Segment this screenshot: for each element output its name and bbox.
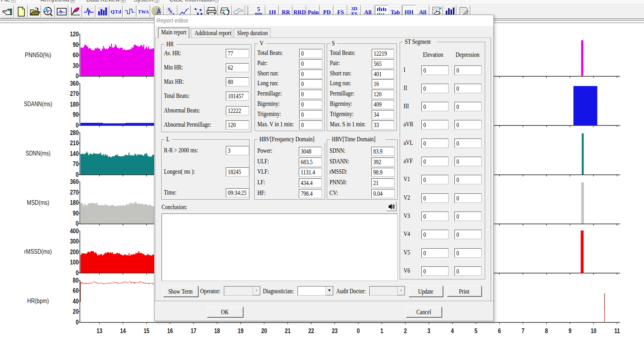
svg-text:16: 16	[167, 328, 173, 334]
svg-text:300: 300	[70, 238, 79, 245]
svg-text:0: 0	[76, 171, 79, 178]
svg-text:2: 2	[404, 328, 407, 334]
svg-text:40: 40	[73, 298, 79, 305]
svg-text:0: 0	[76, 73, 79, 79]
svg-text:210: 210	[70, 140, 79, 146]
svg-text:21: 21	[285, 328, 291, 334]
svg-text:23: 23	[332, 328, 338, 334]
svg-text:8: 8	[545, 328, 548, 334]
svg-text:180: 180	[70, 101, 79, 108]
svg-text:70: 70	[73, 161, 79, 167]
svg-text:TWA: TWA	[138, 9, 149, 15]
svg-text:100: 100	[70, 259, 79, 266]
svg-text:20: 20	[261, 328, 267, 334]
svg-text:360: 360	[70, 178, 79, 185]
svg-text:400: 400	[70, 228, 79, 234]
svg-text:6: 6	[498, 328, 501, 334]
svg-text:60: 60	[73, 52, 79, 58]
svg-text:4: 4	[451, 328, 454, 334]
svg-text:QTd: QTd	[110, 9, 121, 15]
svg-text:360: 360	[70, 80, 79, 87]
svg-text:11: 11	[614, 328, 620, 334]
svg-text:15: 15	[143, 328, 149, 334]
svg-text:7: 7	[521, 328, 525, 334]
svg-text:SDNN(ms): SDNN(ms)	[26, 150, 50, 157]
svg-text:5: 5	[475, 328, 478, 334]
svg-text:30: 30	[73, 62, 79, 69]
svg-text:HR(bpm): HR(bpm)	[27, 298, 49, 304]
svg-text:rMSSD(ms): rMSSD(ms)	[24, 248, 52, 255]
svg-text:0: 0	[76, 122, 79, 129]
svg-text:13: 13	[97, 328, 102, 334]
svg-text:17: 17	[191, 328, 197, 334]
svg-text:270: 270	[70, 90, 79, 97]
svg-text:270: 270	[70, 189, 79, 196]
svg-text:SDANN(ms): SDANN(ms)	[24, 101, 52, 107]
svg-text:1: 1	[380, 328, 383, 334]
svg-text:200: 200	[70, 249, 79, 255]
svg-text:18: 18	[214, 328, 220, 334]
svg-text:80: 80	[73, 277, 79, 284]
svg-text:140: 140	[70, 150, 79, 157]
svg-text:PNN50(%): PNN50(%)	[25, 52, 51, 58]
svg-text:90: 90	[73, 41, 79, 48]
svg-text:0: 0	[76, 319, 79, 326]
svg-text:60: 60	[73, 287, 79, 294]
svg-text:90: 90	[73, 111, 79, 118]
svg-text:0: 0	[76, 220, 79, 227]
svg-text:22: 22	[308, 328, 314, 334]
svg-text:90: 90	[73, 210, 79, 217]
svg-text:3: 3	[427, 328, 430, 334]
svg-text:280: 280	[70, 129, 79, 136]
svg-text:20: 20	[73, 308, 79, 315]
svg-text:9: 9	[569, 328, 572, 334]
svg-text:19: 19	[238, 328, 244, 334]
svg-text:120: 120	[70, 31, 79, 37]
svg-text:10: 10	[591, 328, 597, 334]
svg-text:0: 0	[76, 270, 79, 276]
svg-text:180: 180	[70, 199, 79, 206]
svg-text:0: 0	[357, 328, 360, 334]
svg-text:14: 14	[120, 328, 126, 334]
svg-text:MSD(ms): MSD(ms)	[27, 199, 49, 206]
